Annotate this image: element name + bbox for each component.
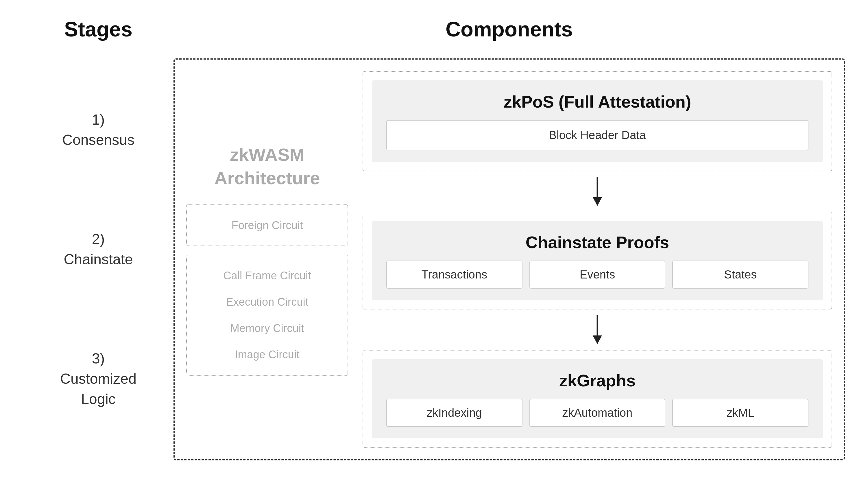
memory-circuit-label: Memory Circuit — [195, 319, 339, 337]
arrow-down-2 — [363, 309, 832, 350]
stage-2-label: 2)Chainstate — [23, 229, 174, 270]
foreign-circuit-box: Foreign Circuit — [186, 205, 348, 246]
block-header-box: Block Header Data — [386, 120, 808, 150]
zkwasm-title: zkWASMArchitecture — [214, 143, 320, 190]
arrow-svg-2 — [592, 315, 603, 344]
svg-marker-1 — [593, 197, 602, 206]
chainstate-outer: Chainstate Proofs Transactions Events St… — [363, 212, 832, 309]
zkgraphs-box: zkGraphs zkIndexing zkAutomation zkML — [372, 359, 823, 438]
call-frame-circuit-label: Call Frame Circuit — [195, 267, 339, 284]
graph-zkindexing: zkIndexing — [386, 399, 523, 427]
proof-events: Events — [529, 261, 665, 288]
proof-items: Transactions Events States — [386, 261, 808, 288]
stage-1: 1)Consensus — [23, 110, 174, 150]
stage-3: 3)CustomizedLogic — [23, 348, 174, 409]
graph-zkml: zkML — [672, 399, 808, 427]
zkwasm-column: zkWASMArchitecture Foreign Circuit Call … — [186, 71, 348, 448]
image-circuit-label: Image Circuit — [195, 346, 339, 364]
zkpos-title: zkPoS (Full Attestation) — [386, 92, 808, 111]
zkgraphs-title: zkGraphs — [386, 371, 808, 390]
execution-circuit-label: Execution Circuit — [195, 293, 339, 311]
chainstate-box: Chainstate Proofs Transactions Events St… — [372, 221, 823, 300]
chainstate-title: Chainstate Proofs — [386, 233, 808, 252]
main-content: 1)Consensus 2)Chainstate 3)CustomizedLog… — [23, 58, 845, 470]
components-right-column: zkPoS (Full Attestation) Block Header Da… — [363, 71, 832, 448]
components-area: zkWASMArchitecture Foreign Circuit Call … — [174, 58, 845, 460]
proof-states: States — [672, 261, 808, 288]
components-title: Components — [174, 17, 845, 41]
zkpos-outer: zkPoS (Full Attestation) Block Header Da… — [363, 71, 832, 171]
graph-zkautomation: zkAutomation — [529, 399, 665, 427]
stage-3-label: 3)CustomizedLogic — [23, 348, 174, 409]
stages-title: Stages — [23, 17, 174, 41]
svg-marker-3 — [593, 335, 602, 344]
stage-2: 2)Chainstate — [23, 229, 174, 270]
proof-transactions: Transactions — [386, 261, 523, 288]
block-header-label: Block Header Data — [549, 129, 646, 142]
circuits-box: Call Frame Circuit Execution Circuit Mem… — [186, 255, 348, 375]
zkgraphs-outer: zkGraphs zkIndexing zkAutomation zkML — [363, 350, 832, 448]
page-header: Stages Components — [23, 17, 845, 41]
foreign-circuit-label: Foreign Circuit — [195, 217, 339, 234]
stage-1-label: 1)Consensus — [23, 110, 174, 150]
arrow-down-1 — [363, 171, 832, 212]
arrow-svg-1 — [592, 177, 603, 206]
graph-items: zkIndexing zkAutomation zkML — [386, 399, 808, 427]
stages-column: 1)Consensus 2)Chainstate 3)CustomizedLog… — [23, 58, 174, 449]
zkpos-box: zkPoS (Full Attestation) Block Header Da… — [372, 81, 823, 162]
